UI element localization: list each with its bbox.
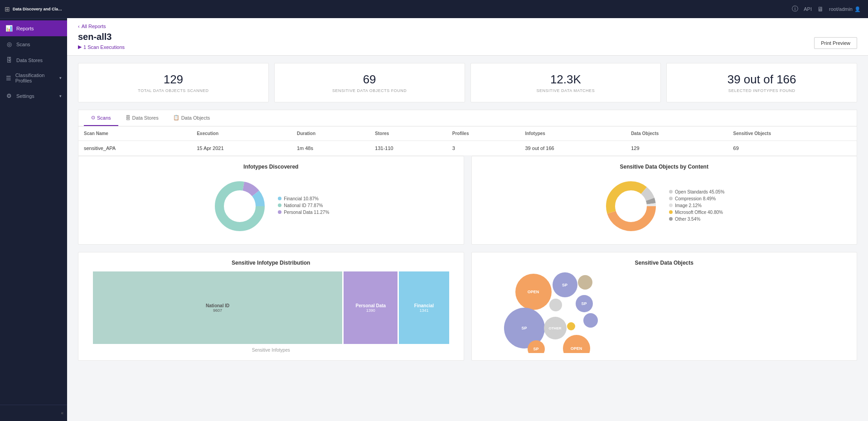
bar-personal-data: Personal Data 1390 [344, 271, 398, 344]
table-row: sensitive_APA 15 Apr 2021 1m 48s 131-110… [78, 141, 857, 156]
sidebar-item-data-stores[interactable]: 🗄 Data Stores [0, 52, 67, 68]
charts-grid: Infotypes Discovered [67, 156, 868, 368]
col-data-objects: Data Objects [626, 126, 727, 141]
legend-label: National ID 77.87% [284, 203, 323, 208]
cell-execution: 15 Apr 2021 [191, 141, 291, 156]
api-button[interactable]: API [804, 6, 812, 12]
stat-card-total-objects: 129 TOTAL DATA OBJECTS SCANNED [78, 63, 269, 102]
subtitle-text: 1 Scan Executions [83, 44, 125, 50]
stat-value: 39 out of 166 [674, 73, 849, 87]
table-header-row: Scan Name Execution Duration Stores Prof… [78, 126, 857, 141]
user-menu[interactable]: root/admin 👤 [829, 6, 861, 12]
legend-dot [669, 197, 673, 200]
sidebar-item-classification-profiles[interactable]: ☰ Classification Profiles ▾ [0, 68, 67, 88]
tab-data-stores[interactable]: 🗄 Data Stores [118, 110, 166, 126]
donut-chart-content: Open Standards 45.05% Compression 8.49% … [479, 175, 850, 237]
legend-dot [278, 197, 281, 200]
bar-label: Personal Data [355, 303, 386, 308]
page-title: sen-all3 [78, 32, 857, 42]
sidebar-footer: « [0, 405, 67, 421]
bubble-sp-2: SP [576, 295, 593, 312]
legend-dot [669, 217, 673, 221]
bar-value: 1341 [419, 308, 428, 313]
main-content: ⓘ API 🖥 root/admin 👤 ‹ All Reports sen-a… [67, 0, 868, 421]
treemap-bars: National ID 9607 Personal Data 1390 Fina… [93, 271, 449, 344]
bubble-tan-1 [578, 275, 592, 290]
col-execution: Execution [191, 126, 291, 141]
donut-legend-content: Open Standards 45.05% Compression 8.49% … [669, 189, 725, 223]
stat-label: SENSITIVE DATA MATCHES [478, 88, 654, 93]
page-content: ‹ All Reports sen-all3 ▶ 1 Scan Executio… [67, 18, 868, 421]
monitor-icon[interactable]: 🖥 [817, 5, 824, 13]
chevron-down-icon: ▾ [59, 76, 62, 80]
sidebar-item-label: Classification Profiles [15, 73, 56, 83]
collapse-icon[interactable]: « [61, 411, 63, 416]
data-stores-icon: 🗄 [5, 57, 13, 63]
bar-value: 1390 [366, 308, 375, 313]
stat-label: TOTAL DATA OBJECTS SCANNED [86, 88, 261, 93]
bubble-sp-5: SP [528, 340, 545, 353]
print-preview-button[interactable]: Print Preview [814, 37, 857, 49]
stat-card-infotypes: 39 out of 166 SELECTED INFOTYPES FOUND [666, 63, 857, 102]
col-scan-name: Scan Name [78, 126, 191, 141]
sidebar-collapse[interactable]: « [0, 409, 67, 417]
settings-icon: ⚙ [5, 92, 13, 99]
bubble-sp-1: SP [553, 272, 577, 297]
legend-item-financial: Financial 10.87% [278, 196, 329, 201]
user-icon: 👤 [854, 6, 861, 12]
stat-value: 69 [282, 73, 457, 87]
legend-item-compression: Compression 8.49% [669, 196, 725, 201]
chevron-right-icon: ▶ [78, 44, 82, 50]
chevron-down-icon: ▾ [59, 94, 62, 98]
sidebar-item-scans[interactable]: ◎ Scans [0, 36, 67, 52]
legend-dot [669, 210, 673, 214]
legend-item-image: Image 2.12% [669, 203, 725, 208]
legend-item-msoffice: Microsoft Office 40.80% [669, 210, 725, 215]
stat-card-sensitive-matches: 12.3K SENSITIVE DATA MATCHES [470, 63, 661, 102]
app-logo: ⊞ Data Discovery and Classification [0, 0, 67, 19]
tab-label: Data Objects [181, 115, 210, 121]
bubble-chart: OPEN SP SP SP OTHER [479, 271, 850, 353]
stat-label: SENSITIVE DATA OBJECTS FOUND [282, 88, 457, 93]
legend-dot [278, 203, 281, 207]
bar-label: Financial [414, 303, 434, 308]
col-sensitive-objects: Sensitive Objects [728, 126, 857, 141]
sidebar: ⊞ Data Discovery and Classification 📊 Re… [0, 0, 67, 421]
page-header: ‹ All Reports sen-all3 ▶ 1 Scan Executio… [67, 18, 868, 56]
bar-value: 9607 [213, 308, 222, 313]
legend-item-other: Other 3.54% [669, 217, 725, 222]
chart-title: Sensitive Data Objects by Content [479, 164, 850, 170]
reports-icon: 📊 [5, 25, 13, 32]
tab-scans[interactable]: ⊙ Scans [84, 110, 118, 126]
chart-title: Infotypes Discovered [86, 164, 456, 170]
tabs-row: ⊙ Scans 🗄 Data Stores 📋 Data Objects [78, 110, 857, 126]
bar-financial: Financial 1341 [399, 271, 449, 344]
info-icon[interactable]: ⓘ [792, 5, 798, 13]
grid-icon: ⊞ [5, 5, 10, 13]
legend-label: Open Standards 45.05% [675, 189, 725, 194]
data-objects-tab-icon: 📋 [173, 115, 179, 121]
bar-national-id: National ID 9607 [93, 271, 342, 344]
cell-data-objects: 129 [626, 141, 727, 156]
classification-icon: ☰ [5, 75, 12, 82]
legend-label: Other 3.54% [675, 217, 700, 222]
legend-label: Compression 8.49% [675, 196, 716, 201]
legend-label: Image 2.12% [675, 203, 702, 208]
chart-sensitive-objects: Sensitive Data Objects OPEN SP SP SP [471, 252, 858, 361]
bubble-yellow-1 [567, 322, 575, 330]
scan-executions-link[interactable]: ▶ 1 Scan Executions [78, 44, 857, 50]
legend-dot [278, 210, 281, 214]
sidebar-item-settings[interactable]: ⚙ Settings ▾ [0, 88, 67, 104]
tab-data-objects[interactable]: 📋 Data Objects [166, 110, 218, 126]
data-stores-tab-icon: 🗄 [126, 115, 131, 121]
legend-item-open-standards: Open Standards 45.05% [669, 189, 725, 194]
app-title: Data Discovery and Classification [13, 7, 63, 12]
cell-sensitive-objects: 69 [728, 141, 857, 156]
col-stores: Stores [369, 126, 446, 141]
cell-stores: 131-110 [369, 141, 446, 156]
col-profiles: Profiles [447, 126, 520, 141]
sidebar-item-reports[interactable]: 📊 Reports [0, 20, 67, 36]
breadcrumb[interactable]: ‹ All Reports [78, 24, 857, 29]
chart-sensitive-by-content: Sensitive Data Objects by Content [471, 156, 858, 245]
bubble-sp-4 [583, 313, 598, 328]
